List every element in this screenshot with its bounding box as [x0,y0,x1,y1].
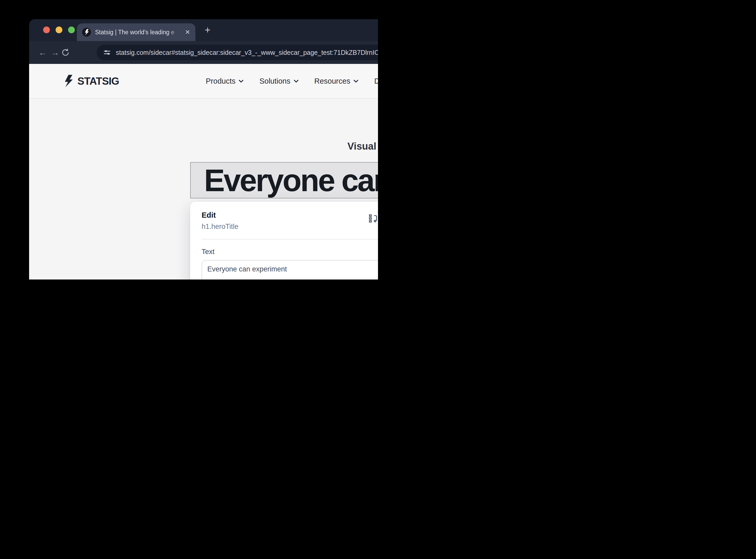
forward-icon[interactable]: → [49,48,61,58]
close-window-button[interactable] [43,26,50,33]
chevron-down-icon [293,80,299,83]
statsig-bolt-icon [62,75,74,87]
site-info-icon[interactable] [103,48,111,57]
maximize-window-button[interactable] [68,26,75,33]
back-icon[interactable]: ← [36,48,49,58]
statsig-logo[interactable]: STATSIG [62,75,119,87]
chevron-down-icon [353,80,358,83]
text-field-label: Text [202,248,378,256]
reorder-icon[interactable] [368,213,378,224]
web-page: STATSIG Products Solutions Resources Doc… [29,64,378,280]
tab-close-icon[interactable]: ✕ [185,28,190,36]
chrome-toolbar: ← → statsig.com/sidecar#statsig_sidecar:… [29,41,378,64]
selected-hero-title[interactable]: Everyone can experiment [190,162,378,198]
reload-icon[interactable] [61,48,74,57]
new-tab-button[interactable]: + [205,24,210,36]
hero-title-text: Everyone can experiment [204,162,378,198]
window-controls[interactable] [43,26,75,33]
statsig-favicon-icon [82,28,91,37]
chevron-down-icon [239,80,244,83]
visual-editor-heading: Visual Editor [29,141,378,152]
nav-docs[interactable]: Docs [374,77,378,86]
panel-target: h1.heroTitle [202,223,378,231]
nav-resources[interactable]: Resources [314,77,359,86]
tab-strip: Statsig | The world's leading e ✕ + [29,19,378,41]
hero-text-input[interactable]: Everyone can experiment [202,260,378,280]
site-header: STATSIG Products Solutions Resources Doc… [29,64,378,99]
url-text[interactable]: statsig.com/sidecar#statsig_sidecar:side… [116,49,378,57]
url-bar[interactable]: statsig.com/sidecar#statsig_sidecar:side… [97,45,378,60]
edit-panel-hero-title: Edit h1.heroTitle [190,202,378,280]
main-nav: Products Solutions Resources Docs Pricin… [206,77,378,86]
nav-solutions[interactable]: Solutions [259,77,298,86]
minimize-window-button[interactable] [55,26,62,33]
nav-products[interactable]: Products [206,77,244,86]
tab-title: Statsig | The world's leading e [95,29,181,36]
panel-title: Edit [202,211,378,220]
browser-window: Statsig | The world's leading e ✕ + ← → … [29,19,378,280]
statsig-logo-text: STATSIG [77,75,119,87]
browser-tab[interactable]: Statsig | The world's leading e ✕ [77,23,195,41]
